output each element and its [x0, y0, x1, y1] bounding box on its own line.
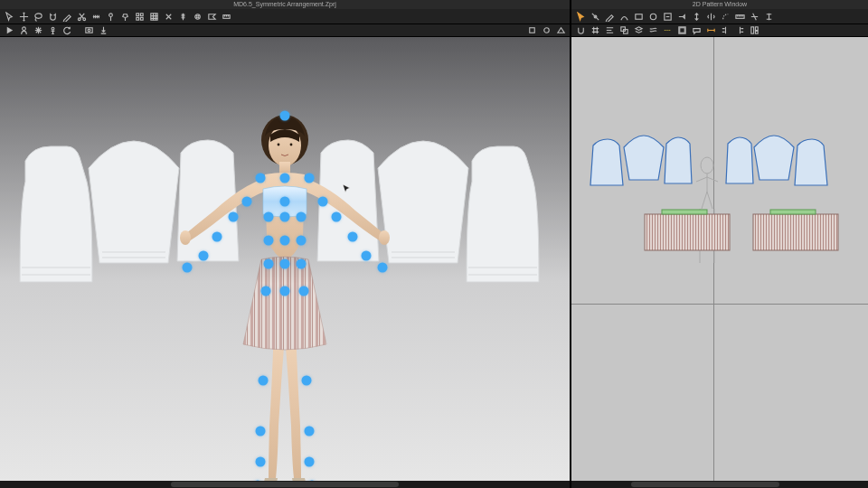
select-2d-icon[interactable] — [574, 10, 587, 23]
pat2d-back-left[interactable] — [662, 135, 694, 189]
viewport-2d[interactable] — [571, 37, 868, 481]
grid-icon[interactable] — [589, 24, 601, 37]
grain-icon[interactable] — [690, 10, 703, 23]
pat2d-sleeve-right[interactable] — [750, 133, 797, 185]
edit-point-icon[interactable] — [589, 10, 601, 23]
arrangement-point[interactable] — [212, 231, 222, 241]
arrangement-point[interactable] — [305, 174, 315, 183]
scrollbar-2d[interactable] — [571, 481, 868, 488]
arrangement-point[interactable] — [299, 286, 309, 296]
arrangement-point[interactable] — [261, 286, 271, 296]
pattern-bodice-right[interactable] — [461, 141, 542, 295]
trace-icon[interactable] — [719, 10, 731, 23]
sew-tool-icon[interactable] — [90, 10, 102, 23]
paste-mirror-icon[interactable] — [733, 24, 746, 37]
magnet-tool-icon[interactable] — [46, 10, 59, 23]
arrangement-point[interactable] — [378, 262, 388, 272]
arrangement-point[interactable] — [264, 212, 274, 222]
svg-rect-19 — [529, 28, 534, 33]
arrangement-point[interactable] — [256, 426, 266, 436]
avatar-icon[interactable] — [46, 24, 59, 37]
measure-tool-icon[interactable] — [220, 10, 232, 23]
align-icon[interactable] — [603, 24, 616, 37]
layer-icon[interactable] — [632, 24, 645, 37]
arrangement-point[interactable] — [280, 212, 290, 222]
export-icon[interactable] — [97, 24, 109, 37]
scrollbar-3d[interactable] — [0, 481, 570, 488]
svg-rect-47 — [662, 210, 707, 214]
ruler-icon[interactable] — [733, 10, 746, 23]
button-tool-icon[interactable] — [191, 10, 203, 23]
texture-tool-icon[interactable] — [147, 10, 160, 23]
simulate-icon[interactable] — [3, 24, 15, 37]
freeze-icon[interactable] — [32, 24, 44, 37]
reset-icon[interactable] — [61, 24, 73, 37]
circle-icon[interactable] — [646, 10, 659, 23]
move-tool-icon[interactable] — [17, 10, 30, 23]
slash-icon[interactable] — [748, 10, 760, 23]
arrangement-point[interactable] — [264, 235, 274, 245]
arrangement-point[interactable] — [305, 426, 315, 436]
lasso-tool-icon[interactable] — [32, 10, 44, 23]
arrangement-point[interactable] — [264, 258, 274, 268]
arrangement-point[interactable] — [297, 235, 307, 245]
arrangement-point[interactable] — [305, 456, 315, 466]
curve-icon[interactable] — [618, 10, 630, 23]
arrangement-point[interactable] — [302, 375, 312, 385]
arrangement-point[interactable] — [280, 174, 290, 183]
pen-tool-icon[interactable] — [61, 10, 73, 23]
trim-tool-icon[interactable] — [162, 10, 175, 23]
arrangement-point[interactable] — [280, 258, 290, 268]
unfold-icon[interactable] — [762, 10, 775, 23]
pat2d-pleat-right[interactable] — [752, 209, 839, 252]
arrangement-point[interactable] — [229, 212, 239, 222]
snap-icon[interactable] — [574, 24, 587, 37]
render-icon[interactable] — [82, 24, 95, 37]
symmetry-icon[interactable] — [704, 10, 717, 23]
arrangement-point[interactable] — [280, 196, 290, 206]
view-b-icon[interactable] — [540, 24, 552, 37]
arrangement-point[interactable] — [280, 111, 290, 121]
arrangement-point[interactable] — [362, 251, 372, 261]
arrangement-point[interactable] — [256, 456, 266, 466]
arrangement-point[interactable] — [242, 196, 252, 206]
annotation-icon[interactable] — [690, 24, 703, 37]
zipper-tool-icon[interactable] — [176, 10, 189, 23]
dim-icon[interactable] — [704, 24, 717, 37]
pat2d-bodice-front-right[interactable] — [792, 136, 830, 192]
arrangement-point[interactable] — [297, 212, 307, 222]
arrangement-point[interactable] — [199, 251, 209, 261]
pat2d-pleat-left[interactable] — [644, 209, 731, 252]
pin-tool-icon[interactable] — [104, 10, 117, 23]
arrangement-point[interactable] — [332, 212, 342, 222]
view-c-icon[interactable] — [554, 24, 567, 37]
arrangement-point[interactable] — [348, 231, 358, 241]
arrange-tool-icon[interactable] — [133, 10, 146, 23]
notch-icon[interactable] — [675, 10, 688, 23]
fabric-icon[interactable] — [646, 24, 659, 37]
arrangement-point[interactable] — [256, 174, 266, 183]
layout-icon[interactable] — [748, 24, 760, 37]
grading-icon[interactable] — [675, 24, 688, 37]
group-icon[interactable] — [618, 24, 630, 37]
internal-icon[interactable] — [661, 10, 674, 23]
avatar[interactable] — [149, 100, 420, 488]
arrangement-point[interactable] — [318, 196, 328, 206]
arrangement-point[interactable] — [259, 375, 269, 385]
pen-2d-icon[interactable] — [603, 10, 616, 23]
select-tool-icon[interactable] — [3, 10, 15, 23]
arrangement-point[interactable] — [297, 258, 307, 268]
cut-tool-icon[interactable] — [75, 10, 88, 23]
tack-tool-icon[interactable] — [118, 10, 131, 23]
viewport-3d[interactable] — [0, 37, 570, 481]
rect-icon[interactable] — [632, 10, 645, 23]
fold-tool-icon[interactable] — [205, 10, 218, 23]
pat2d-sleeve-left[interactable] — [620, 133, 667, 185]
arrangement-point[interactable] — [183, 262, 193, 272]
view-a-icon[interactable] — [525, 24, 538, 37]
arrangement-point[interactable] — [280, 235, 290, 245]
copy-mirror-icon[interactable] — [719, 24, 731, 37]
fit-icon[interactable] — [17, 24, 30, 37]
arrangement-point[interactable] — [280, 286, 290, 296]
seam-icon[interactable] — [661, 24, 674, 37]
